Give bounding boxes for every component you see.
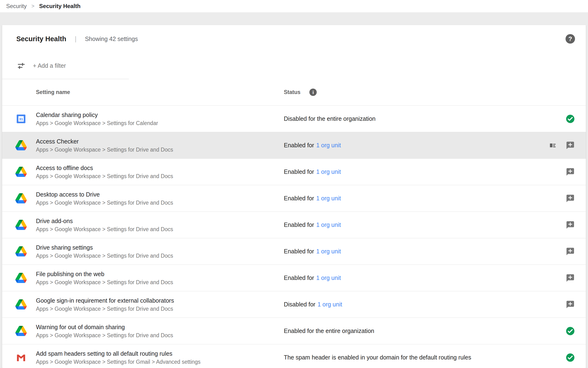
- drive-icon: [15, 219, 27, 231]
- recommendation-flag-badge[interactable]: [566, 167, 575, 177]
- breadcrumb-current: Security Health: [39, 3, 81, 9]
- setting-cell: Drive add-ons Apps > Google Workspace > …: [36, 217, 284, 232]
- status-text: Enabled for: [284, 195, 314, 202]
- table-row[interactable]: File publishing on the web Apps > Google…: [2, 265, 586, 291]
- table-row[interactable]: Drive sharing settings Apps > Google Wor…: [2, 238, 586, 265]
- details-icon[interactable]: [549, 142, 557, 149]
- drive-icon: [15, 299, 27, 310]
- org-unit-link[interactable]: 1 org unit: [316, 248, 341, 255]
- settings-count: Showing 42 settings: [85, 36, 138, 42]
- setting-path: Apps > Google Workspace > Settings for D…: [36, 200, 284, 206]
- help-icon[interactable]: ?: [566, 34, 575, 44]
- status-text: Enabled for the entire organization: [284, 328, 374, 334]
- setting-cell: Google sign-in requirement for external …: [36, 297, 284, 312]
- add-filter-button[interactable]: + Add a filter: [33, 62, 66, 69]
- table-row[interactable]: Access Checker Apps > Google Workspace >…: [2, 132, 586, 159]
- breadcrumb: Security > Security Health: [0, 0, 588, 12]
- recommendation-flag-badge[interactable]: [566, 141, 575, 150]
- filter-icon: [17, 61, 26, 70]
- setting-path: Apps > Google Workspace > Settings for D…: [36, 332, 284, 339]
- page-title: Security Health: [16, 35, 66, 43]
- setting-name: Drive add-ons: [36, 217, 284, 224]
- extra-icon-slot: [549, 115, 557, 123]
- column-status-label: Status: [284, 89, 300, 95]
- status-cell: Enabled for 1 org unit: [284, 221, 549, 228]
- card-header: Security Health | Showing 42 settings ?: [2, 25, 586, 53]
- org-unit-link[interactable]: 1 org unit: [316, 275, 341, 281]
- recommendation-flag-badge[interactable]: [566, 220, 575, 230]
- setting-path: Apps > Google Workspace > Settings for C…: [36, 120, 284, 127]
- status-text: Disabled for the entire organization: [284, 115, 376, 122]
- status-cell: Disabled for the entire organization: [284, 115, 549, 122]
- filter-bar: + Add a filter: [2, 53, 586, 79]
- status-cell: Enabled for 1 org unit: [284, 142, 549, 149]
- extra-icon-slot: [549, 221, 557, 229]
- setting-name: Access Checker: [36, 138, 284, 145]
- setting-name: Desktop access to Drive: [36, 191, 284, 198]
- setting-path: Apps > Google Workspace > Settings for D…: [36, 279, 284, 285]
- table-row[interactable]: Desktop access to Drive Apps > Google Wo…: [2, 185, 586, 212]
- status-ok-badge: [566, 326, 575, 336]
- extra-icon-slot: [549, 248, 557, 255]
- status-cell: Enabled for 1 org unit: [284, 275, 549, 281]
- gmail-icon: [15, 352, 27, 363]
- recommendation-flag-badge[interactable]: [566, 247, 575, 256]
- org-unit-link[interactable]: 1 org unit: [316, 195, 341, 202]
- status-cell: Enabled for the entire organization: [284, 328, 549, 334]
- extra-icon-slot: [549, 195, 557, 202]
- breadcrumb-separator-icon: >: [31, 3, 35, 9]
- column-status: Status i: [284, 89, 317, 96]
- table-row[interactable]: Drive add-ons Apps > Google Workspace > …: [2, 212, 586, 238]
- setting-path: Apps > Google Workspace > Settings for G…: [36, 359, 284, 365]
- setting-path: Apps > Google Workspace > Settings for D…: [36, 253, 284, 259]
- drive-icon: [15, 166, 27, 178]
- table-row[interactable]: Warning for out of domain sharing Apps >…: [2, 318, 586, 344]
- title-separator: |: [75, 35, 76, 43]
- status-text: Enabled for: [284, 248, 314, 255]
- extra-icon-slot: [549, 301, 557, 308]
- org-unit-link[interactable]: 1 org unit: [317, 301, 342, 308]
- status-cell: Enabled for 1 org unit: [284, 248, 549, 255]
- setting-path: Apps > Google Workspace > Settings for D…: [36, 306, 284, 312]
- status-ok-badge: [566, 353, 575, 362]
- table-row[interactable]: Google sign-in requirement for external …: [2, 291, 586, 318]
- table-row[interactable]: 31 Calendar sharing policy Apps > Google…: [2, 106, 586, 132]
- table-row[interactable]: Add spam headers setting to all default …: [2, 344, 586, 368]
- recommendation-flag-badge[interactable]: [566, 300, 575, 309]
- setting-cell: Desktop access to Drive Apps > Google Wo…: [36, 191, 284, 206]
- column-setting-name: Setting name: [36, 89, 284, 95]
- setting-cell: Calendar sharing policy Apps > Google Wo…: [36, 111, 284, 127]
- setting-name: Access to offline docs: [36, 164, 284, 171]
- status-text: The spam header is enabled in your domai…: [284, 354, 471, 361]
- drive-icon: [15, 193, 27, 204]
- recommendation-flag-badge[interactable]: [566, 194, 575, 203]
- extra-icon-slot: [549, 354, 557, 361]
- recommendation-flag-badge[interactable]: [566, 273, 575, 283]
- setting-cell: File publishing on the web Apps > Google…: [36, 270, 284, 285]
- drive-icon: [15, 325, 27, 337]
- setting-cell: Access Checker Apps > Google Workspace >…: [36, 138, 284, 153]
- drive-icon: [15, 140, 27, 151]
- status-ok-badge: [566, 114, 575, 124]
- setting-path: Apps > Google Workspace > Settings for D…: [36, 173, 284, 180]
- org-unit-link[interactable]: 1 org unit: [316, 168, 341, 175]
- setting-cell: Warning for out of domain sharing Apps >…: [36, 323, 284, 339]
- status-text: Enabled for: [284, 221, 314, 228]
- status-text: Enabled for: [284, 168, 314, 175]
- setting-name: File publishing on the web: [36, 270, 284, 277]
- security-health-card: Security Health | Showing 42 settings ? …: [2, 25, 586, 368]
- status-text: Enabled for: [284, 275, 314, 281]
- org-unit-link[interactable]: 1 org unit: [316, 142, 341, 149]
- setting-name: Warning for out of domain sharing: [36, 323, 284, 331]
- status-text: Disabled for: [284, 301, 315, 308]
- drive-icon: [15, 272, 27, 284]
- status-cell: The spam header is enabled in your domai…: [284, 354, 549, 361]
- calendar-icon: 31: [15, 113, 27, 125]
- table-row[interactable]: Access to offline docs Apps > Google Wor…: [2, 159, 586, 185]
- breadcrumb-security-link[interactable]: Security: [6, 3, 27, 9]
- settings-list: 31 Calendar sharing policy Apps > Google…: [2, 106, 586, 368]
- setting-name: Add spam headers setting to all default …: [36, 350, 284, 357]
- setting-cell: Access to offline docs Apps > Google Wor…: [36, 164, 284, 180]
- status-info-icon[interactable]: i: [309, 89, 317, 96]
- org-unit-link[interactable]: 1 org unit: [316, 221, 341, 228]
